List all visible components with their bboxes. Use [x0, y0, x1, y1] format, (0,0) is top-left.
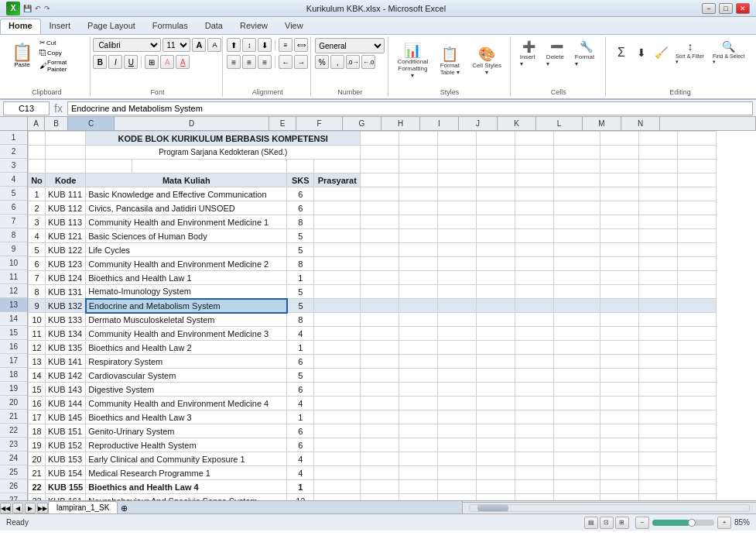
percent-button[interactable]: %: [315, 55, 329, 69]
tab-next-button[interactable]: ▶: [25, 503, 36, 513]
delete-cells-button[interactable]: ➖ Delete ▾: [543, 38, 570, 70]
cell-C2[interactable]: Program Sarjana Kedokteran (SKed.): [86, 146, 361, 160]
sheet-tab-active[interactable]: lampiran_1_SK: [48, 501, 118, 513]
minimize-button[interactable]: −: [702, 3, 716, 14]
cell-J4[interactable]: [477, 173, 515, 187]
cell-M5[interactable]: [600, 187, 639, 201]
cell-I2[interactable]: [438, 146, 477, 160]
tab-view[interactable]: View: [276, 19, 312, 34]
cell-F3[interactable]: [314, 160, 361, 173]
maximize-button[interactable]: □: [719, 3, 733, 14]
cut-button[interactable]: ✂Cut: [37, 38, 85, 47]
tab-first-button[interactable]: ◀◀: [0, 503, 11, 513]
copy-button[interactable]: ⿻Copy: [37, 48, 85, 57]
cell-G5[interactable]: [361, 187, 399, 201]
row-header-14[interactable]: 14: [0, 312, 27, 326]
col-header-L[interactable]: L: [536, 117, 583, 130]
row-header-26[interactable]: 26: [0, 479, 27, 493]
page-layout-button[interactable]: ⊡: [600, 517, 614, 529]
formula-input[interactable]: [67, 101, 753, 115]
cell-A6[interactable]: 2: [29, 201, 46, 215]
sheet-insert-icon[interactable]: ⊕: [121, 503, 128, 513]
borders-button[interactable]: ⊞: [145, 55, 159, 69]
cell-M4[interactable]: [600, 173, 639, 187]
tab-page-layout[interactable]: Page Layout: [79, 19, 144, 34]
name-box[interactable]: [3, 101, 50, 115]
cell-K5[interactable]: [515, 187, 554, 201]
cell-C6[interactable]: Civics, Pancasila and Jatidiri UNSOED: [86, 201, 287, 215]
increase-decimal-button[interactable]: .0→: [346, 55, 360, 69]
cell-E7[interactable]: 8: [287, 215, 314, 229]
cell-L3[interactable]: [554, 160, 600, 173]
row-header-10[interactable]: 10: [0, 256, 27, 270]
align-middle-button[interactable]: ↕: [242, 38, 256, 52]
zoom-slider-track[interactable]: [652, 520, 714, 526]
active-cell-C13[interactable]: Endocrine and Metabolism System: [86, 299, 287, 313]
row-header-23[interactable]: 23: [0, 438, 27, 452]
format-painter-button[interactable]: 🖌Format Painter: [37, 58, 85, 74]
cell-L1[interactable]: [554, 132, 600, 146]
merge-center-button[interactable]: ⟺: [294, 38, 308, 52]
sort-filter-button[interactable]: ↕ Sort & Filter ▾: [672, 38, 708, 67]
cell-K4[interactable]: [515, 173, 554, 187]
format-cells-button[interactable]: 🔧 Format ▾: [572, 38, 600, 70]
cell-K1[interactable]: [515, 132, 554, 146]
row-header-19[interactable]: 19: [0, 382, 27, 396]
col-header-B[interactable]: B: [45, 117, 68, 130]
row-header-2[interactable]: 2: [0, 145, 27, 159]
tab-data[interactable]: Data: [197, 19, 231, 34]
cell-styles-button[interactable]: 🎨 Cell Styles ▾: [468, 45, 505, 78]
bold-button[interactable]: B: [93, 55, 107, 69]
cell-C7[interactable]: Community Health and Environment Medicin…: [86, 215, 287, 229]
cell-N4[interactable]: [639, 173, 678, 187]
scroll-track[interactable]: [469, 504, 750, 512]
cell-A7[interactable]: 3: [29, 215, 46, 229]
row-header-5[interactable]: 5: [0, 187, 27, 201]
cell-J3[interactable]: [477, 160, 515, 173]
cell-C5[interactable]: Basic Knowledge and Effective Communicat…: [86, 187, 287, 201]
col-header-I[interactable]: I: [420, 117, 459, 130]
tab-insert[interactable]: Insert: [41, 19, 80, 34]
cell-K2[interactable]: [515, 146, 554, 160]
tab-home[interactable]: Home: [0, 19, 41, 34]
align-right-button[interactable]: ≡: [258, 55, 272, 69]
col-header-D[interactable]: D: [115, 117, 269, 130]
cell-N1[interactable]: [639, 132, 678, 146]
row-header-11[interactable]: 11: [0, 270, 27, 284]
row-header-3[interactable]: 3: [0, 159, 27, 173]
row-header-21[interactable]: 21: [0, 410, 27, 424]
cell-F6[interactable]: [314, 201, 361, 215]
wrap-text-button[interactable]: ≡: [279, 38, 292, 52]
zoom-slider-thumb[interactable]: [688, 519, 696, 527]
cell-D3[interactable]: [132, 160, 287, 173]
row-header-18[interactable]: 18: [0, 368, 27, 382]
page-break-button[interactable]: ⊞: [615, 517, 629, 529]
cell-A5[interactable]: 1: [29, 187, 46, 201]
align-left-button[interactable]: ≡: [227, 55, 241, 69]
format-as-table-button[interactable]: 📋 Format Table ▾: [434, 45, 465, 78]
cell-J1[interactable]: [477, 132, 515, 146]
cell-L4[interactable]: [554, 173, 600, 187]
cell-I3[interactable]: [438, 160, 477, 173]
cell-N2[interactable]: [639, 146, 678, 160]
cell-O3[interactable]: [678, 160, 717, 173]
quick-access-undo[interactable]: ↶: [35, 5, 41, 12]
cell-M1[interactable]: [600, 132, 639, 146]
cell-A3[interactable]: [29, 160, 46, 173]
row-header-17[interactable]: 17: [0, 354, 27, 368]
align-center-button[interactable]: ≡: [242, 55, 256, 69]
col-header-F[interactable]: F: [296, 117, 343, 130]
cell-C4[interactable]: Mata Kuliah: [86, 173, 287, 187]
cell-L2[interactable]: [554, 146, 600, 160]
cell-H2[interactable]: [399, 146, 438, 160]
align-bottom-button[interactable]: ⬇: [258, 38, 272, 52]
cell-G2[interactable]: [361, 146, 399, 160]
cell-A4[interactable]: No: [29, 173, 46, 187]
row-header-16[interactable]: 16: [0, 340, 27, 354]
cell-A1[interactable]: [29, 132, 46, 146]
cell-C3[interactable]: [86, 160, 132, 173]
tab-review[interactable]: Review: [231, 19, 276, 34]
tab-last-button[interactable]: ▶▶: [37, 503, 48, 513]
row-header-7[interactable]: 7: [0, 215, 27, 228]
cell-G4[interactable]: [361, 173, 399, 187]
